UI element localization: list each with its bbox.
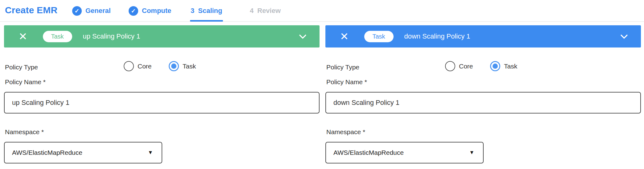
namespace-label: Namespace * [5, 128, 44, 136]
step-label: Scaling [198, 7, 222, 15]
scale-down-policy-panel: ✕ Task down Scaling Policy 1 Policy Type… [325, 25, 641, 167]
namespace-select[interactable]: AWS/ElasticMapReduce ▼ [325, 142, 484, 163]
wizard-header: Create EMR ✓ General ✓ Compute 3 Scaling… [0, 0, 644, 22]
policy-name-input[interactable] [4, 92, 320, 113]
radio-task-circle[interactable] [169, 61, 179, 71]
policy-name-input[interactable] [325, 92, 641, 113]
close-icon[interactable]: ✕ [340, 31, 349, 42]
policy-name-label: Policy Name * [326, 78, 367, 86]
step-general[interactable]: ✓ General [72, 0, 111, 22]
namespace-label: Namespace * [326, 128, 365, 136]
policy-kind-badge: Task [43, 31, 72, 42]
radio-core-circle[interactable] [124, 61, 134, 71]
radio-core-label: Core [459, 63, 473, 70]
step-compute[interactable]: ✓ Compute [129, 0, 171, 22]
page-title: Create EMR [5, 0, 57, 20]
radio-core[interactable]: Core [445, 61, 473, 71]
caret-down-icon: ▼ [469, 150, 474, 156]
step-scaling[interactable]: 3 Scaling [191, 0, 222, 22]
step-label: General [85, 7, 111, 15]
radio-task[interactable]: Task [490, 61, 517, 71]
radio-task-circle[interactable] [490, 61, 500, 71]
radio-core[interactable]: Core [124, 61, 152, 71]
radio-core-label: Core [138, 63, 152, 70]
policy-bar-title: down Scaling Policy 1 [404, 32, 470, 40]
step-number: 3 [191, 7, 194, 15]
policy-type-row: Policy Type Core Task [325, 61, 641, 73]
policy-header-bar[interactable]: ✕ Task down Scaling Policy 1 [325, 25, 641, 47]
step-number: 4 [250, 7, 254, 15]
radio-dot [493, 64, 498, 69]
scale-up-policy-panel: ✕ Task up Scaling Policy 1 Policy Type C… [4, 25, 320, 167]
policy-kind-badge: Task [364, 31, 394, 42]
namespace-selected-value: AWS/ElasticMapReduce [12, 149, 82, 156]
check-icon: ✓ [129, 6, 138, 16]
namespace-select[interactable]: AWS/ElasticMapReduce ▼ [4, 142, 162, 163]
chevron-down-icon[interactable] [299, 31, 306, 39]
radio-dot [171, 64, 176, 69]
policy-type-label: Policy Type [5, 64, 38, 71]
policy-type-row: Policy Type Core Task [4, 61, 320, 73]
radio-task[interactable]: Task [169, 61, 196, 71]
close-icon[interactable]: ✕ [19, 31, 27, 42]
namespace-selected-value: AWS/ElasticMapReduce [333, 149, 404, 156]
step-label: Compute [142, 7, 171, 15]
radio-task-label: Task [183, 63, 196, 70]
chevron-down-icon[interactable] [620, 31, 628, 39]
policy-bar-title: up Scaling Policy 1 [83, 32, 140, 40]
check-icon: ✓ [72, 6, 82, 16]
step-label: Review [257, 7, 281, 15]
radio-task-label: Task [504, 63, 517, 70]
policy-header-bar[interactable]: ✕ Task up Scaling Policy 1 [4, 25, 320, 47]
policy-type-label: Policy Type [326, 64, 359, 71]
radio-core-circle[interactable] [445, 61, 455, 71]
caret-down-icon: ▼ [148, 150, 153, 156]
step-review[interactable]: 4 Review [250, 0, 281, 22]
policy-name-label: Policy Name * [5, 78, 46, 86]
